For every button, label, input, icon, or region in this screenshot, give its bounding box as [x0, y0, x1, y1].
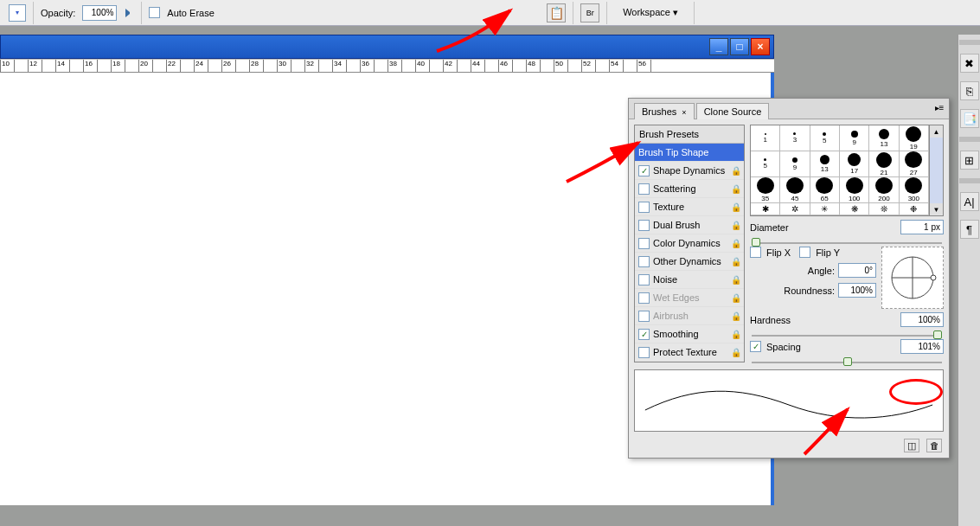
- spacing-checkbox[interactable]: ✓: [750, 341, 761, 352]
- dock-handle[interactable]: [959, 178, 980, 183]
- option-checkbox[interactable]: [638, 274, 650, 285]
- brush-preset-cell[interactable]: 9: [840, 125, 869, 151]
- brush-option-row[interactable]: ✓Shape Dynamics🔒: [635, 162, 744, 180]
- brush-option-row[interactable]: Scattering🔒: [635, 180, 744, 198]
- palette-icon[interactable]: ⎘: [960, 81, 979, 100]
- brush-option-row[interactable]: Texture🔒: [635, 198, 744, 216]
- auto-erase-checkbox[interactable]: [149, 7, 160, 18]
- lock-icon[interactable]: 🔒: [731, 184, 741, 194]
- preset-scrollbar[interactable]: ▲ ▼: [930, 125, 944, 216]
- close-button[interactable]: ×: [751, 38, 770, 55]
- roundness-input[interactable]: 100%: [838, 283, 876, 298]
- opacity-input[interactable]: 100%: [82, 5, 117, 21]
- diameter-input[interactable]: 1 px: [900, 220, 944, 234]
- flip-x-checkbox[interactable]: [750, 247, 761, 258]
- brush-preset-cell[interactable]: 21: [869, 151, 899, 177]
- go-to-bridge-button[interactable]: Br: [580, 3, 599, 22]
- brush-option-row[interactable]: Color Dynamics🔒: [635, 234, 744, 253]
- scroll-up-icon[interactable]: ▲: [930, 125, 943, 138]
- tool-preset-dropdown[interactable]: ▾: [9, 4, 26, 22]
- option-checkbox[interactable]: [638, 220, 650, 231]
- brush-preset-cell[interactable]: 100: [840, 177, 869, 203]
- panel-menu-icon[interactable]: ▸≡: [933, 101, 945, 113]
- hardness-slider[interactable]: [752, 330, 942, 336]
- brush-preset-cell[interactable]: 13: [810, 151, 840, 177]
- tab-clone-source[interactable]: Clone Source: [696, 103, 770, 119]
- lock-icon[interactable]: 🔒: [731, 221, 741, 230]
- brush-option-row[interactable]: Protect Texture🔒: [635, 343, 744, 362]
- brush-preset-cell[interactable]: 17: [840, 151, 869, 177]
- brush-preset-cell[interactable]: ✱: [751, 203, 780, 215]
- brush-preset-cell[interactable]: ❉: [900, 203, 929, 215]
- option-checkbox[interactable]: [638, 347, 650, 358]
- lock-icon[interactable]: 🔒: [731, 275, 741, 285]
- lock-icon[interactable]: 🔒: [731, 330, 741, 339]
- brush-option-row[interactable]: Wet Edges🔒: [635, 289, 744, 307]
- hardness-input[interactable]: 100%: [900, 312, 944, 327]
- option-checkbox[interactable]: [638, 311, 650, 322]
- palette-icon[interactable]: ✖: [960, 54, 979, 73]
- brush-preset-cell[interactable]: ❊: [869, 203, 899, 215]
- flip-y-checkbox[interactable]: [799, 247, 810, 258]
- brush-preset-cell[interactable]: ✲: [780, 203, 810, 215]
- brush-preset-cell[interactable]: 35: [751, 177, 780, 203]
- brush-preset-cell[interactable]: 300: [900, 177, 929, 203]
- tab-brushes[interactable]: Brushes×: [634, 103, 695, 119]
- trash-icon[interactable]: 🗑: [926, 439, 942, 452]
- title-bar[interactable]: _ □ ×: [0, 35, 774, 59]
- brush-preset-cell[interactable]: 200: [869, 177, 899, 203]
- option-checkbox[interactable]: ✓: [638, 165, 650, 176]
- brush-option-row[interactable]: Other Dynamics🔒: [635, 253, 744, 271]
- lock-icon[interactable]: 🔒: [731, 202, 741, 212]
- option-checkbox[interactable]: ✓: [638, 329, 650, 340]
- close-tab-icon[interactable]: ×: [682, 108, 686, 117]
- brush-preset-cell[interactable]: 1: [751, 125, 780, 151]
- brush-preset-cell[interactable]: ✳: [810, 203, 840, 215]
- brush-option-row[interactable]: Dual Brush🔒: [635, 216, 744, 234]
- palette-icon[interactable]: 📑: [960, 109, 979, 128]
- palette-icon[interactable]: ⊞: [960, 151, 979, 170]
- lock-icon[interactable]: 🔒: [731, 348, 741, 357]
- brush-preset-cell[interactable]: 65: [810, 177, 840, 203]
- character-panel-icon[interactable]: A|: [960, 192, 979, 211]
- brush-presets-header[interactable]: Brush Presets: [635, 125, 744, 144]
- lock-icon[interactable]: 🔒: [731, 293, 741, 303]
- option-checkbox[interactable]: [638, 292, 650, 304]
- opacity-flyout-icon[interactable]: [125, 9, 134, 17]
- workspace-menu[interactable]: Workspace ▾: [614, 7, 687, 18]
- angle-control[interactable]: [881, 247, 944, 309]
- brush-preset-cell[interactable]: 3: [780, 125, 810, 151]
- option-checkbox[interactable]: [638, 183, 650, 195]
- lock-icon[interactable]: 🔒: [731, 311, 741, 321]
- lock-icon[interactable]: 🔒: [731, 239, 741, 248]
- brush-option-row[interactable]: Airbrush🔒: [635, 307, 744, 325]
- brush-preset-cell[interactable]: 19: [900, 125, 929, 151]
- option-checkbox[interactable]: [638, 202, 650, 213]
- dock-handle[interactable]: [959, 137, 980, 142]
- paragraph-panel-icon[interactable]: ¶: [960, 220, 979, 239]
- brush-preset-cell[interactable]: 13: [869, 125, 899, 151]
- dock-handle[interactable]: [959, 40, 980, 45]
- brush-preset-cell[interactable]: 5: [751, 151, 780, 177]
- brush-option-row[interactable]: Noise🔒: [635, 271, 744, 289]
- brush-preset-cell[interactable]: 27: [900, 151, 929, 177]
- angle-input[interactable]: 0°: [838, 263, 876, 278]
- spacing-slider[interactable]: [752, 357, 942, 362]
- brush-option-row[interactable]: ✓Smoothing🔒: [635, 325, 744, 343]
- spacing-input[interactable]: 101%: [900, 339, 944, 354]
- new-preset-icon[interactable]: ◫: [904, 439, 919, 452]
- brush-option-row[interactable]: Brush Tip Shape: [635, 144, 744, 162]
- brush-preset-cell[interactable]: ❋: [840, 203, 869, 215]
- lock-icon[interactable]: 🔒: [731, 257, 741, 266]
- diameter-slider[interactable]: [752, 238, 942, 243]
- option-checkbox[interactable]: [638, 256, 650, 267]
- minimize-button[interactable]: _: [709, 38, 728, 55]
- toggle-brushes-panel-icon[interactable]: 📋: [547, 3, 566, 22]
- maximize-button[interactable]: □: [730, 38, 749, 55]
- brush-preset-cell[interactable]: 5: [810, 125, 840, 151]
- brush-preset-cell[interactable]: 9: [780, 151, 810, 177]
- scroll-down-icon[interactable]: ▼: [930, 203, 943, 215]
- option-checkbox[interactable]: [638, 238, 650, 249]
- brush-preset-cell[interactable]: 45: [780, 177, 810, 203]
- lock-icon[interactable]: 🔒: [731, 166, 741, 176]
